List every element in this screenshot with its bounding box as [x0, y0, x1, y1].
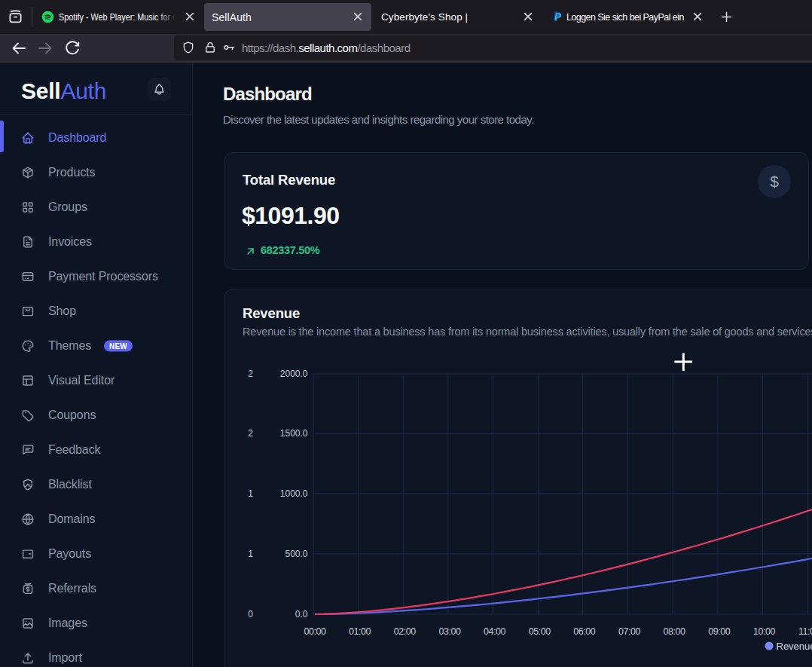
svg-text:Revenue: Revenue [777, 641, 812, 652]
svg-text:2000.0: 2000.0 [280, 369, 308, 379]
svg-text:03:00: 03:00 [438, 626, 461, 637]
svg-text:2: 2 [248, 369, 253, 379]
svg-text:1500.0: 1500.0 [280, 428, 308, 439]
svg-text:1: 1 [248, 549, 253, 559]
svg-text:00:00: 00:00 [304, 626, 326, 637]
svg-text:500.0: 500.0 [285, 549, 307, 559]
svg-text:09:00: 09:00 [708, 626, 731, 637]
svg-text:01:00: 01:00 [349, 626, 371, 637]
svg-text:2: 2 [248, 428, 253, 439]
svg-text:08:00: 08:00 [664, 626, 686, 637]
svg-text:06:00: 06:00 [573, 626, 596, 637]
svg-text:1000.0: 1000.0 [280, 488, 308, 499]
svg-text:05:00: 05:00 [529, 626, 551, 637]
svg-text:02:00: 02:00 [394, 626, 417, 637]
svg-text:07:00: 07:00 [618, 626, 641, 637]
svg-text:04:00: 04:00 [484, 626, 506, 637]
svg-text:11:00: 11:00 [798, 626, 812, 637]
svg-text:1: 1 [248, 488, 253, 499]
svg-text:0: 0 [248, 609, 253, 620]
svg-text:10:00: 10:00 [753, 626, 776, 637]
svg-text:0.0: 0.0 [295, 609, 308, 620]
